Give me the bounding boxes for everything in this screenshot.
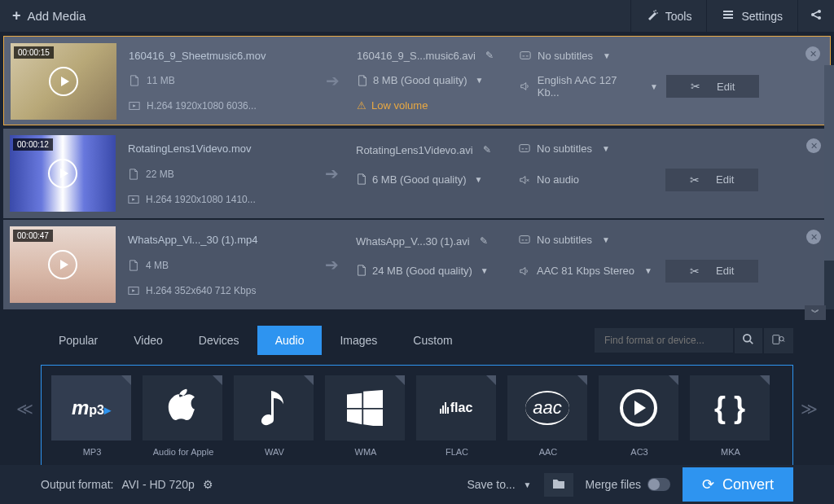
settings-label: Settings [741,10,783,23]
play-icon [49,67,78,96]
format-aac[interactable]: aacAAC [507,375,589,457]
tab-video[interactable]: Video [116,326,181,355]
output-format-label: Output format: [41,478,113,491]
browse-folder-button[interactable] [544,473,573,497]
format-apple[interactable]: Audio for Apple [143,375,224,457]
output-filename: 160416_9_S...music6.avi [357,50,476,62]
format-wma[interactable]: WMA [325,375,406,457]
duration-badge: 00:00:15 [14,46,54,59]
edit-button[interactable]: ✂Edit [665,169,758,191]
audio-selector[interactable]: No audio [519,173,657,186]
format-wav[interactable]: WAV [234,375,315,457]
video-icon [128,285,139,296]
edit-button[interactable]: ✂Edit [665,260,758,283]
convert-button[interactable]: ⟳ Convert [683,467,793,502]
source-size: 22 MB [146,169,174,180]
rename-icon[interactable]: ✎ [483,144,491,156]
scissors-icon: ✂ [691,80,700,93]
file-row[interactable]: 00:00:15 160416_9_Sheetmusic6.mov 11 MB … [3,36,831,125]
output-size: 8 MB (Good quality) [373,74,467,86]
audio-selector[interactable]: AAC 81 Kbps Stereo▼ [519,265,657,277]
collapse-panel-button[interactable]: ︾ [805,305,826,320]
formats-grid: mp3▸MP3 Audio for Apple WAV WMA flacFLAC… [41,365,793,467]
gear-icon[interactable]: ⚙ [203,478,213,491]
subtitle-icon [520,50,531,61]
chevron-down-icon: ▼ [650,82,658,91]
source-filename: 160416_9_Sheetmusic6.mov [129,50,308,62]
scroll-right-button[interactable]: ≫ [792,391,826,427]
thumbnail[interactable]: 00:00:12 [10,135,116,212]
subtitles-selector[interactable]: No subtitles▼ [520,50,658,62]
file-icon [356,265,367,276]
scissors-icon: ✂ [690,265,700,278]
file-list: 00:00:15 160416_9_Sheetmusic6.mov 11 MB … [0,33,834,309]
video-icon [128,194,139,205]
scrollbar[interactable] [824,65,834,309]
rename-icon[interactable]: ✎ [480,235,488,247]
merge-toggle[interactable] [647,478,670,491]
arrow-icon: ➔ [320,43,345,118]
svg-point-9 [744,334,751,341]
remove-file-button[interactable]: ✕ [806,138,821,153]
tab-popular[interactable]: Popular [41,326,116,355]
play-icon [48,159,77,188]
play-icon [48,250,77,279]
format-mka[interactable]: { }MKA [690,375,771,457]
source-filename: RotatingLens1Videvo.mov [128,142,307,155]
file-icon [357,75,368,86]
search-input[interactable] [595,328,733,353]
format-flac[interactable]: flacFLAC [416,375,498,457]
tools-button[interactable]: Tools [630,0,707,32]
rename-icon[interactable]: ✎ [485,50,494,61]
tab-audio[interactable]: Audio [257,326,323,355]
tab-custom[interactable]: Custom [395,326,470,355]
output-size: 6 MB (Good quality) [372,173,467,186]
chevron-down-icon[interactable]: ▼ [481,266,489,275]
save-to-button[interactable]: Save to...▼ [467,478,531,491]
detect-device-button[interactable] [764,328,793,353]
source-filename: WhatsApp_Vi..._30 (1).mp4 [128,234,307,246]
tab-devices[interactable]: Devices [181,326,257,355]
add-media-button[interactable]: + Add Media [0,7,98,24]
chevron-down-icon[interactable]: ▼ [475,175,483,184]
scroll-left-button[interactable]: ≪ [8,391,42,427]
speaker-icon [519,265,530,277]
file-icon [128,169,139,180]
tools-label: Tools [665,10,692,23]
source-codec: H.264 1920x1080 1410... [146,194,256,205]
source-codec: H.264 1920x1080 6036... [147,100,257,112]
file-icon [128,260,139,271]
remove-file-button[interactable]: ✕ [806,230,821,244]
duration-badge: 00:00:47 [13,230,53,242]
chevron-down-icon: ▼ [602,235,610,244]
audio-selector[interactable]: English AAC 127 Kb...▼ [520,74,658,99]
svg-rect-8 [520,236,529,243]
thumbnail[interactable]: 00:00:15 [11,43,116,120]
output-size: 24 MB (Good quality) [372,265,472,277]
merge-label: Merge files [586,478,641,491]
settings-button[interactable]: Settings [706,0,797,32]
thumbnail[interactable]: 00:00:47 [10,226,116,303]
subtitles-selector[interactable]: No subtitles▼ [519,142,657,155]
svg-rect-4 [520,52,530,59]
remove-file-button[interactable]: ✕ [805,46,820,61]
file-row[interactable]: 00:00:47 WhatsApp_Vi..._30 (1).mp4 4 MB … [3,220,831,309]
edit-button[interactable]: ✂Edit [666,75,759,98]
chevron-down-icon[interactable]: ▼ [476,76,484,85]
svg-rect-10 [773,335,779,344]
subtitle-icon [519,142,530,154]
search-button[interactable] [735,328,762,353]
share-button[interactable] [797,0,834,32]
speaker-icon [520,81,531,92]
convert-icon: ⟳ [702,476,714,493]
format-mp3[interactable]: mp3▸MP3 [51,375,133,457]
tab-images[interactable]: Images [322,326,395,355]
file-icon [129,75,140,86]
file-row[interactable]: 00:00:12 RotatingLens1Videvo.mov 22 MB H… [3,129,831,218]
video-icon [129,100,140,112]
output-filename: WhatsApp_V...30 (1).avi [356,235,470,248]
source-size: 11 MB [147,75,175,86]
duration-badge: 00:00:12 [13,138,53,151]
format-ac3[interactable]: AC3 [599,375,680,457]
subtitles-selector[interactable]: No subtitles▼ [519,234,657,246]
